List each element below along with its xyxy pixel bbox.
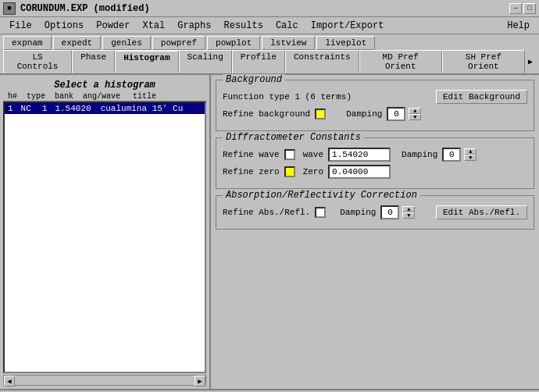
bottom-bar: Add NewHistogram Set Data Limits &Exclud… <box>0 389 539 392</box>
row-h: 1 <box>6 104 15 113</box>
histogram-list[interactable]: 1 NC 1 1.54020 cualumina 15' Cu <box>3 102 206 373</box>
wave-spin-down[interactable]: ▼ <box>464 155 477 161</box>
list-item[interactable]: 1 NC 1 1.54020 cualumina 15' Cu <box>5 103 205 114</box>
zero-label: Zero <box>303 167 323 176</box>
abs-spin-down[interactable]: ▼ <box>402 212 415 219</box>
menu-calc[interactable]: Calc <box>270 19 305 32</box>
diffractometer-label: Diffractometer Constants <box>223 132 364 143</box>
damping-control: ▲ ▼ <box>387 107 421 121</box>
menu-graphs[interactable]: Graphs <box>171 19 217 32</box>
maximize-button[interactable]: □ <box>523 3 536 14</box>
tab-histogram[interactable]: Histogram <box>115 50 178 73</box>
main-content: Select a histogram h# type bank ang/wave… <box>0 75 539 389</box>
zero-input[interactable] <box>328 165 391 179</box>
tab-lstview[interactable]: lstview <box>262 36 315 50</box>
damping-label: Damping <box>346 109 382 119</box>
menu-powder[interactable]: Powder <box>90 19 136 32</box>
refine-zero-check[interactable] <box>284 166 295 177</box>
menu-results[interactable]: Results <box>217 19 269 32</box>
wave-damping-input[interactable] <box>442 148 461 162</box>
menu-import-export[interactable]: Import/Export <box>305 19 391 32</box>
wave-damping-label: Damping <box>402 150 437 159</box>
background-group: Background Function type 1 (6 terms) Edi… <box>216 80 534 131</box>
diffractometer-group: Diffractometer Constants Refine wave wav… <box>216 137 534 189</box>
tab-scaling[interactable]: Scaling <box>179 50 232 73</box>
abs-spin-up[interactable]: ▲ <box>402 206 415 212</box>
absorption-row: Refine Abs./Refl. Damping ▲ ▼ Edit Abs./… <box>223 205 527 219</box>
refine-wave-label: Refine wave <box>223 150 280 159</box>
spin-up[interactable]: ▲ <box>409 108 421 114</box>
scroll-left-btn[interactable]: ◀ <box>4 376 15 387</box>
refine-background-label: Refine background <box>223 109 310 119</box>
window-controls: − □ <box>509 3 536 14</box>
wave-input[interactable] <box>328 148 391 162</box>
background-label: Background <box>223 74 285 85</box>
col-h: h# <box>5 92 20 101</box>
damping-spinner[interactable]: ▲ ▼ <box>409 108 421 120</box>
tab-phase[interactable]: Phase <box>72 50 115 73</box>
menu-xtal[interactable]: Xtal <box>136 19 171 32</box>
menu-help[interactable]: Help <box>501 19 536 32</box>
background-function-row: Function type 1 (6 terms) Edit Backgroun… <box>223 90 527 104</box>
tab-liveplot[interactable]: liveplot <box>316 36 375 50</box>
absorption-label: Absorption/Reflectivity Correction <box>223 190 420 201</box>
row-wave: 1.54020 <box>53 104 92 113</box>
histogram-title: Select a histogram <box>3 78 206 92</box>
col-title: title <box>130 92 159 101</box>
wave-spin-up[interactable]: ▲ <box>464 148 477 155</box>
refine-wave-check[interactable] <box>284 149 295 160</box>
refine-background-row: Refine background Damping ▲ ▼ <box>223 107 527 121</box>
row-bank: 1 <box>41 104 49 113</box>
menu-options[interactable]: Options <box>38 19 90 32</box>
tab-expedt[interactable]: expedt <box>53 36 102 50</box>
tab-row-1: expnam expedt genles powpref powplot lst… <box>0 34 539 50</box>
spin-down[interactable]: ▼ <box>409 114 421 120</box>
row-type: NC <box>20 104 33 113</box>
abs-damping-label: Damping <box>340 208 376 217</box>
right-panel: Background Function type 1 (6 terms) Edi… <box>211 75 539 389</box>
minimize-button[interactable]: − <box>509 3 522 14</box>
absorption-group: Absorption/Reflectivity Correction Refin… <box>216 195 534 230</box>
refine-abs-label: Refine Abs./Refl. <box>223 208 310 217</box>
abs-damping-input[interactable] <box>380 205 399 219</box>
tab-profile[interactable]: Profile <box>232 50 285 73</box>
menu-file[interactable]: File <box>3 19 38 32</box>
edit-abs-button[interactable]: Edit Abs./Refl. <box>436 205 527 219</box>
left-panel: Select a histogram h# type bank ang/wave… <box>0 75 211 389</box>
title-bar: ■ CORUNDUM.EXP (modified) − □ <box>0 0 539 17</box>
tab-row-2: LS Controls Phase Histogram Scaling Prof… <box>0 50 539 75</box>
refine-background-check[interactable] <box>315 109 326 119</box>
horizontal-scrollbar[interactable]: ◀ ▶ <box>3 375 206 386</box>
tab-powpref[interactable]: powpref <box>152 36 205 50</box>
col-type: type <box>23 92 48 101</box>
scroll-track[interactable] <box>15 376 195 385</box>
scroll-right-btn[interactable]: ▶ <box>195 376 205 387</box>
tab-scroll-arrow[interactable]: ▶ <box>525 50 536 73</box>
col-wave: ang/wave <box>80 92 123 101</box>
wave-damping-spinner[interactable]: ▲ ▼ <box>464 148 477 161</box>
menu-bar: File Options Powder Xtal Graphs Results … <box>0 17 539 34</box>
function-type-label: Function type 1 (6 terms) <box>223 92 352 102</box>
list-header: h# type bank ang/wave title <box>3 92 206 102</box>
tab-constraints[interactable]: Constraints <box>285 50 359 73</box>
tab-ls-controls[interactable]: LS Controls <box>3 50 72 73</box>
abs-damping-spinner[interactable]: ▲ ▼ <box>402 206 415 219</box>
app-icon: ■ <box>3 2 16 15</box>
edit-background-button[interactable]: Edit Background <box>436 90 527 104</box>
refine-zero-label: Refine zero <box>223 167 280 176</box>
refine-abs-check[interactable] <box>315 207 326 218</box>
col-bank: bank <box>52 92 77 101</box>
window-title: CORUNDUM.EXP (modified) <box>20 3 509 14</box>
refine-wave-row: Refine wave wave Damping ▲ ▼ <box>223 148 527 162</box>
tab-powplot[interactable]: powplot <box>207 36 260 50</box>
tab-genles[interactable]: genles <box>102 36 151 50</box>
tab-expnam[interactable]: expnam <box>3 36 52 50</box>
wave-damping-control: ▲ ▼ <box>442 148 477 162</box>
abs-damping-control: ▲ ▼ <box>380 205 415 219</box>
tab-sh-pref-orient[interactable]: SH Pref Orient <box>442 50 525 73</box>
wave-label: wave <box>303 150 323 159</box>
row-title: cualumina 15' Cu <box>99 104 185 113</box>
damping-input[interactable] <box>387 107 405 121</box>
refine-zero-row: Refine zero Zero <box>223 165 527 179</box>
tab-md-pref-orient[interactable]: MD Pref Orient <box>359 50 442 73</box>
